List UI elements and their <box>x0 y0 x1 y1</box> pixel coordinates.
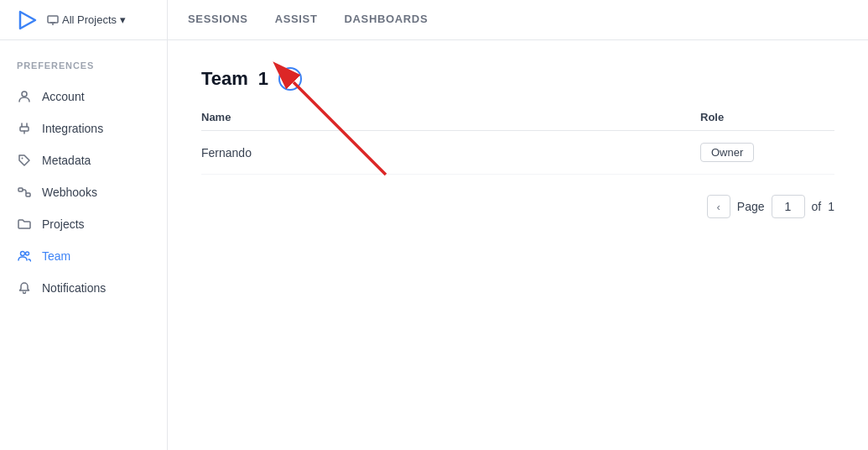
member-name: Fernando <box>201 146 700 160</box>
add-team-member-button[interactable]: + <box>278 67 302 91</box>
page-number-input[interactable] <box>772 195 805 218</box>
webhooks-icon <box>17 185 32 200</box>
chevron-down-icon: ▾ <box>120 13 126 26</box>
pagination: ‹ Page of 1 <box>201 195 834 218</box>
svg-marker-0 <box>20 12 35 29</box>
of-label: of <box>812 200 822 213</box>
sidebar-item-account[interactable]: Account <box>0 81 167 112</box>
member-role: Owner <box>700 143 834 162</box>
svg-rect-1 <box>48 16 58 23</box>
svg-point-10 <box>21 252 25 256</box>
content-area: Team 1 + Name Role Fernando Owner ‹ Page… <box>168 40 868 450</box>
prev-page-button[interactable]: ‹ <box>707 195 730 218</box>
tag-icon <box>17 153 32 168</box>
table-header-row: Name Role <box>201 111 834 131</box>
bell-icon <box>17 280 32 296</box>
sidebar-item-integrations-label: Integrations <box>42 122 103 135</box>
svg-point-11 <box>26 252 29 255</box>
sidebar-item-notifications[interactable]: Notifications <box>0 272 167 304</box>
sidebar-item-projects[interactable]: Projects <box>0 208 167 240</box>
sidebar-item-integrations[interactable]: Integrations <box>0 112 167 144</box>
sidebar: PREFERENCES Account Integrations <box>0 40 168 450</box>
plug-icon <box>17 121 32 136</box>
svg-point-4 <box>22 92 27 97</box>
tab-dashboards[interactable]: DASHBOARDS <box>345 0 429 39</box>
sidebar-item-account-label: Account <box>42 90 85 103</box>
sidebar-item-team[interactable]: Team <box>0 240 167 272</box>
sidebar-item-team-label: Team <box>42 249 70 263</box>
sidebar-section-label: PREFERENCES <box>0 60 167 81</box>
total-pages: 1 <box>828 200 834 213</box>
monitor-icon <box>47 14 59 26</box>
team-icon <box>17 249 32 264</box>
sidebar-item-webhooks-label: Webhooks <box>42 186 97 199</box>
page-label: Page <box>737 200 765 213</box>
column-header-name: Name <box>201 111 700 123</box>
role-badge: Owner <box>700 143 754 162</box>
folder-icon <box>17 217 32 232</box>
column-header-role: Role <box>700 111 834 123</box>
team-table: Name Role Fernando Owner <box>201 111 834 175</box>
project-name: All Projects <box>62 13 117 26</box>
sidebar-item-metadata-label: Metadata <box>42 154 91 167</box>
svg-point-7 <box>22 158 23 160</box>
page-header: Team 1 + <box>201 67 834 91</box>
top-nav: All Projects ▾ SESSIONS ASSIST DASHBOARD… <box>0 0 868 40</box>
main-layout: PREFERENCES Account Integrations <box>0 40 868 450</box>
page-title: Team <box>201 68 248 90</box>
app-logo <box>13 7 40 34</box>
sidebar-item-metadata[interactable]: Metadata <box>0 144 167 176</box>
table-row: Fernando Owner <box>201 131 834 175</box>
sidebar-item-notifications-label: Notifications <box>42 281 106 295</box>
project-selector[interactable]: All Projects ▾ <box>47 13 126 26</box>
nav-tabs: SESSIONS ASSIST DASHBOARDS <box>168 0 448 39</box>
page-count: 1 <box>258 68 268 90</box>
sidebar-item-projects-label: Projects <box>42 217 85 231</box>
svg-rect-9 <box>26 193 30 196</box>
tab-assist[interactable]: ASSIST <box>275 0 318 39</box>
tab-sessions[interactable]: SESSIONS <box>188 0 248 39</box>
logo-area: All Projects ▾ <box>0 0 168 39</box>
sidebar-item-webhooks[interactable]: Webhooks <box>0 176 167 208</box>
person-icon <box>17 89 32 104</box>
